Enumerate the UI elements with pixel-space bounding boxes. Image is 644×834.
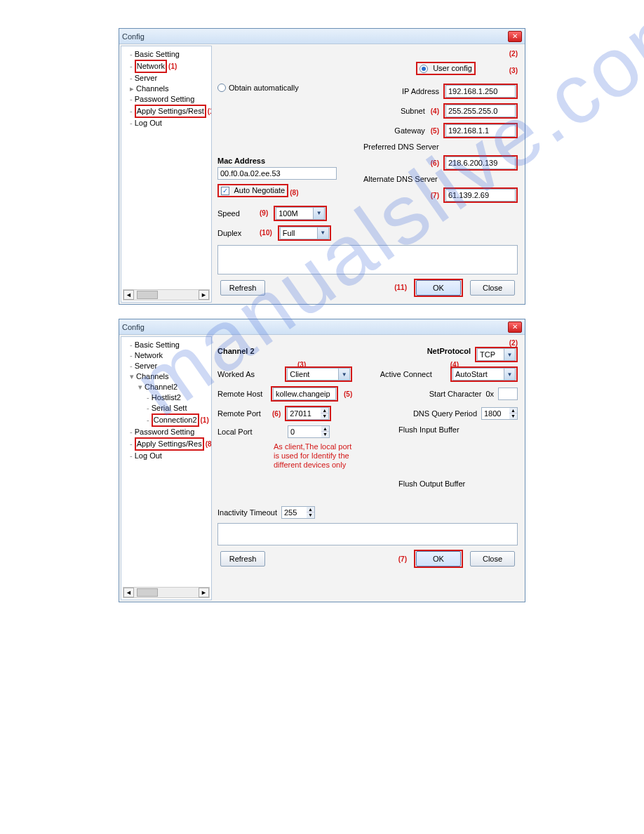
gateway-input[interactable]	[445, 124, 516, 137]
ok-button[interactable]: OK	[416, 280, 461, 296]
stepper-down-icon[interactable]: ▼	[509, 413, 517, 419]
chevron-down-icon: ▼	[338, 369, 349, 380]
sidebar-tree-2: - Basic Setting - Network - Server ▾ Cha…	[121, 336, 212, 600]
tree-log-out[interactable]: - Log Out	[123, 451, 210, 461]
gateway-label: Gateway	[394, 126, 424, 135]
window-title: Config	[122, 32, 508, 41]
scroll-thumb[interactable]	[137, 291, 158, 299]
close-button[interactable]: Close	[470, 551, 515, 567]
chevron-down-icon: ▼	[313, 208, 324, 219]
subnet-input[interactable]	[445, 105, 516, 117]
netprotocol-select[interactable]: TCP▼	[477, 348, 516, 361]
alternate-dns-label: Alternate DNS Server	[363, 175, 438, 183]
scroll-right-icon[interactable]: ►	[199, 290, 209, 300]
tree-password-setting[interactable]: - Password Setting	[123, 94, 210, 105]
tree-server[interactable]: - Server	[123, 73, 210, 84]
ip-address-input[interactable]	[445, 85, 516, 98]
speed-select[interactable]: 100M▼	[276, 207, 325, 220]
status-box	[217, 523, 518, 545]
start-character-prefix: 0x	[485, 390, 494, 398]
start-character-input[interactable]	[498, 388, 518, 400]
tree-network[interactable]: - Network(1)	[123, 60, 210, 73]
remote-host-label: Remote Host	[217, 390, 267, 398]
preferred-dns-label: Preferred DNS Server	[363, 143, 439, 151]
tree-log-out[interactable]: - Log Out	[123, 118, 210, 128]
chevron-down-icon: ▼	[504, 349, 515, 360]
tree-serial-sett[interactable]: - Serial Sett	[123, 403, 210, 413]
tree-basic-setting[interactable]: - Basic Setting	[123, 340, 210, 350]
titlebar-1: Config ✕	[119, 29, 525, 44]
auto-negotiate-checkbox[interactable]: Auto Negotiate	[217, 184, 288, 197]
sidebar-scrollbar[interactable]: ◄ ►	[123, 289, 210, 300]
note-text: As client,The local port is used for Ide…	[274, 442, 518, 470]
mac-address-label: Mac Address	[217, 157, 265, 165]
inactivity-timeout-label: Inactivity Timeout	[217, 508, 277, 517]
obtain-auto-radio[interactable]: Obtain automatically	[217, 84, 299, 92]
duplex-select[interactable]: Full▼	[280, 227, 329, 239]
alternate-dns-input[interactable]	[445, 189, 516, 201]
netprotocol-label: NetProtocol	[427, 347, 471, 355]
stepper-down-icon[interactable]: ▼	[321, 432, 329, 437]
stepper-up-icon[interactable]: ▲	[321, 408, 328, 413]
close-button[interactable]: Close	[470, 280, 515, 296]
stepper-down-icon[interactable]: ▼	[307, 512, 314, 518]
user-config-radio[interactable]: User config	[416, 62, 476, 75]
scroll-left-icon[interactable]: ◄	[123, 290, 134, 300]
tree-server[interactable]: - Server	[123, 361, 210, 371]
ok-button[interactable]: OK	[416, 551, 461, 567]
tree-channel2[interactable]: ▾ Channel2	[123, 382, 210, 392]
tree-channels[interactable]: ▾ Channels	[123, 371, 210, 382]
start-character-label: Start Character	[429, 390, 482, 398]
scroll-left-icon[interactable]: ◄	[123, 588, 134, 597]
scroll-thumb[interactable]	[137, 588, 158, 597]
refresh-button[interactable]: Refresh	[220, 280, 265, 296]
stepper-up-icon[interactable]: ▲	[307, 507, 314, 512]
subnet-label: Subnet	[401, 107, 425, 115]
main-panel-2: Channel 2 NetProtocol (2) TCP▼	[213, 335, 525, 602]
chevron-down-icon: ▼	[504, 369, 515, 380]
flush-input-label: Flush Input Buffer	[398, 425, 518, 434]
config-window-2: Config ✕ - Basic Setting - Network - Ser…	[119, 319, 525, 602]
sidebar-tree-1: - Basic Setting - Network(1) - Server ▸ …	[121, 46, 212, 303]
channel-heading: Channel 2	[217, 347, 255, 355]
stepper-up-icon[interactable]: ▲	[509, 408, 517, 413]
tree-apply-settings[interactable]: - Apply Settings/Rest(12)	[123, 105, 210, 118]
flush-output-label: Flush Output Buffer	[398, 479, 518, 488]
tree-password-setting[interactable]: - Password Setting	[123, 427, 210, 437]
window-title: Config	[122, 323, 508, 331]
ip-address-label: IP Address	[402, 87, 439, 95]
tree-network[interactable]: - Network	[123, 350, 210, 361]
local-port-stepper[interactable]: ▲▼	[288, 425, 330, 438]
scroll-right-icon[interactable]: ►	[199, 588, 209, 597]
refresh-button[interactable]: Refresh	[220, 551, 265, 567]
tree-channels[interactable]: ▸ Channels	[123, 84, 210, 94]
tree-hostlist2[interactable]: - Hostlist2	[123, 392, 210, 403]
stepper-up-icon[interactable]: ▲	[321, 426, 329, 432]
close-icon[interactable]: ✕	[508, 31, 522, 42]
local-port-label: Local Port	[217, 428, 267, 436]
main-panel-1: Obtain automatically (2) User config	[213, 44, 525, 304]
worked-as-label: Worked As	[217, 370, 267, 378]
duplex-label: Duplex	[217, 229, 253, 237]
worked-as-select[interactable]: Client▼	[287, 368, 350, 380]
config-window-1: Config ✕ - Basic Setting - Network(1) - …	[119, 28, 525, 305]
dns-query-stepper[interactable]: ▲▼	[481, 407, 518, 420]
tree-connection2[interactable]: - Connection2(1)	[123, 413, 210, 427]
preferred-dns-input[interactable]	[445, 157, 516, 169]
remote-host-input[interactable]	[273, 388, 336, 400]
sidebar-scrollbar[interactable]: ◄ ►	[123, 587, 210, 598]
mac-address-input[interactable]	[217, 167, 337, 180]
titlebar-2: Config ✕	[119, 319, 525, 335]
close-icon[interactable]: ✕	[508, 322, 522, 333]
inactivity-timeout-stepper[interactable]: ▲▼	[281, 506, 315, 519]
active-connect-label: Active Connect	[380, 370, 432, 378]
chevron-down-icon: ▼	[317, 227, 328, 239]
tree-basic-setting[interactable]: - Basic Setting	[123, 49, 210, 60]
dns-query-label: DNS Query Period	[413, 409, 477, 418]
stepper-down-icon[interactable]: ▼	[321, 413, 328, 419]
tree-apply-settings[interactable]: - Apply Settings/Res(8)	[123, 437, 210, 451]
active-connect-select[interactable]: AutoStart▼	[452, 368, 516, 380]
remote-port-stepper[interactable]: ▲▼	[287, 407, 329, 420]
speed-label: Speed	[217, 209, 253, 218]
status-box	[217, 245, 518, 274]
